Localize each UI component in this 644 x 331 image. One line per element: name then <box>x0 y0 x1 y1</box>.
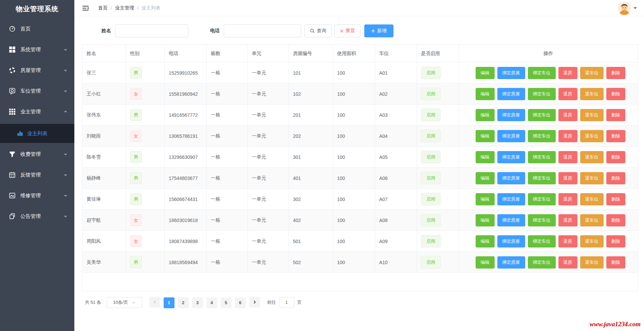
collapse-sidebar-icon[interactable] <box>82 4 89 12</box>
edit-button[interactable]: 编辑 <box>476 109 495 121</box>
checkout-room-button[interactable]: 退房 <box>558 151 577 163</box>
delete-button[interactable]: 删除 <box>606 235 625 247</box>
checkout-parking-button[interactable]: 退车位 <box>580 109 604 121</box>
delete-button[interactable]: 删除 <box>606 88 625 100</box>
bind-house-button[interactable]: 绑定房屋 <box>497 172 525 184</box>
edit-button[interactable]: 编辑 <box>476 88 495 100</box>
bind-house-button[interactable]: 绑定房屋 <box>497 130 525 142</box>
table-empty-area <box>82 273 638 291</box>
checkout-room-button[interactable]: 退房 <box>558 67 577 79</box>
bind-house-button[interactable]: 绑定房屋 <box>497 88 525 100</box>
checkout-parking-button[interactable]: 退车位 <box>580 151 604 163</box>
edit-button[interactable]: 编辑 <box>476 172 495 184</box>
delete-button[interactable]: 删除 <box>606 193 625 205</box>
breadcrumb-item-1[interactable]: 业主管理 <box>115 5 134 11</box>
prev-page-button[interactable] <box>149 297 160 308</box>
sidebar-item-fee[interactable]: 收费管理 <box>0 146 74 163</box>
edit-button[interactable]: 编辑 <box>476 235 495 247</box>
edit-button[interactable]: 编辑 <box>476 214 495 226</box>
sidebar-subitem-owner-list[interactable]: 业主列表 <box>0 124 74 143</box>
sidebar-item-system[interactable]: 系统管理 <box>0 41 74 58</box>
bind-house-button[interactable]: 绑定房屋 <box>497 151 525 163</box>
edit-button[interactable]: 编辑 <box>476 67 495 79</box>
checkout-parking-button[interactable]: 退车位 <box>580 172 604 184</box>
checkout-room-button[interactable]: 退房 <box>558 88 577 100</box>
sidebar-item-owner[interactable]: 业主管理 <box>0 103 74 120</box>
page-button-6[interactable]: 6 <box>235 297 246 308</box>
breadcrumb-item-0[interactable]: 首页 <box>98 5 108 11</box>
page-size-select[interactable]: 10条/页 <box>107 297 142 308</box>
bind-parking-button[interactable]: 绑定车位 <box>528 67 556 79</box>
checkout-parking-button[interactable]: 退车位 <box>580 193 604 205</box>
delete-button[interactable]: 删除 <box>606 214 625 226</box>
reset-button[interactable]: 重置 <box>334 24 361 37</box>
bind-parking-button[interactable]: 绑定车位 <box>528 193 556 205</box>
page-button-4[interactable]: 4 <box>206 297 217 308</box>
bind-house-button[interactable]: 绑定房屋 <box>497 214 525 226</box>
search-phone-input[interactable] <box>224 24 301 37</box>
sidebar-item-home[interactable]: 首页 <box>0 20 74 37</box>
checkout-room-button[interactable]: 退房 <box>558 109 577 121</box>
next-page-button[interactable] <box>249 297 260 308</box>
bind-parking-button[interactable]: 绑定车位 <box>528 172 556 184</box>
bind-house-button[interactable]: 绑定房屋 <box>497 235 525 247</box>
row-actions: 编辑绑定房屋绑定车位退房退车位删除 <box>463 193 638 205</box>
unit-cell: 一单元 <box>248 147 289 168</box>
bind-parking-button[interactable]: 绑定车位 <box>528 88 556 100</box>
checkout-parking-button[interactable]: 退车位 <box>580 130 604 142</box>
bind-house-button[interactable]: 绑定房屋 <box>497 67 525 79</box>
checkout-room-button[interactable]: 退房 <box>558 214 577 226</box>
sidebar-item-parking[interactable]: 车位管理 <box>0 82 74 99</box>
delete-button[interactable]: 删除 <box>606 172 625 184</box>
page-button-1[interactable]: 1 <box>164 297 174 308</box>
delete-button[interactable]: 删除 <box>606 151 625 163</box>
actions-cell: 编辑绑定房屋绑定车位退房退车位删除 <box>459 84 638 105</box>
enabled-cell: 启用 <box>417 231 459 252</box>
edit-button[interactable]: 编辑 <box>476 193 495 205</box>
page-button-3[interactable]: 3 <box>192 297 203 308</box>
edit-button[interactable]: 编辑 <box>476 130 495 142</box>
sidebar-item-notice[interactable]: 公告管理 <box>0 208 74 225</box>
bind-house-button[interactable]: 绑定房屋 <box>497 109 525 121</box>
checkout-room-button[interactable]: 退房 <box>558 256 577 269</box>
bind-house-button[interactable]: 绑定房屋 <box>497 256 525 269</box>
checkout-parking-button[interactable]: 退车位 <box>580 235 604 247</box>
delete-button[interactable]: 删除 <box>606 256 625 269</box>
bind-parking-button[interactable]: 绑定车位 <box>528 151 556 163</box>
checkout-parking-button[interactable]: 退车位 <box>580 88 604 100</box>
bind-parking-button[interactable]: 绑定车位 <box>528 214 556 226</box>
sidebar-item-feedback[interactable]: 反馈管理 <box>0 166 74 183</box>
delete-button[interactable]: 删除 <box>606 67 625 79</box>
delete-button[interactable]: 删除 <box>606 130 625 142</box>
bind-parking-button[interactable]: 绑定车位 <box>528 109 556 121</box>
sidebar-item-house[interactable]: 房屋管理 <box>0 62 74 79</box>
building-cell: 一栋 <box>207 168 248 189</box>
bind-parking-button[interactable]: 绑定车位 <box>528 256 556 269</box>
checkout-parking-button[interactable]: 退车位 <box>580 67 604 79</box>
add-button[interactable]: 新增 <box>364 24 393 37</box>
checkout-room-button[interactable]: 退房 <box>558 235 577 247</box>
checkout-parking-button[interactable]: 退车位 <box>580 256 604 269</box>
goto-page-input[interactable] <box>279 297 294 308</box>
gender-cell: 男 <box>126 252 165 273</box>
edit-button[interactable]: 编辑 <box>476 256 495 269</box>
bind-parking-button[interactable]: 绑定车位 <box>528 235 556 247</box>
page-button-2[interactable]: 2 <box>178 297 189 308</box>
checkout-parking-button[interactable]: 退车位 <box>580 214 604 226</box>
bind-house-button[interactable]: 绑定房屋 <box>497 193 525 205</box>
page-button-5[interactable]: 5 <box>221 297 232 308</box>
user-avatar[interactable] <box>618 1 631 15</box>
delete-button[interactable]: 删除 <box>606 109 625 121</box>
content-area: 姓名 电话 查询 重置 <box>74 16 644 331</box>
gender-badge: 女 <box>130 88 142 100</box>
bind-parking-button[interactable]: 绑定车位 <box>528 130 556 142</box>
query-button[interactable]: 查询 <box>305 24 332 37</box>
sidebar-item-repair[interactable]: 维修管理 <box>0 187 74 204</box>
caret-down-icon[interactable] <box>633 7 637 9</box>
checkout-room-button[interactable]: 退房 <box>558 172 577 184</box>
search-name-input[interactable] <box>115 24 188 37</box>
edit-button[interactable]: 编辑 <box>476 151 495 163</box>
checkout-room-button[interactable]: 退房 <box>558 193 577 205</box>
checkout-room-button[interactable]: 退房 <box>558 130 577 142</box>
table-row: 王小红女15581960942一栋一单元102100A02启用编辑绑定房屋绑定车… <box>82 84 638 105</box>
